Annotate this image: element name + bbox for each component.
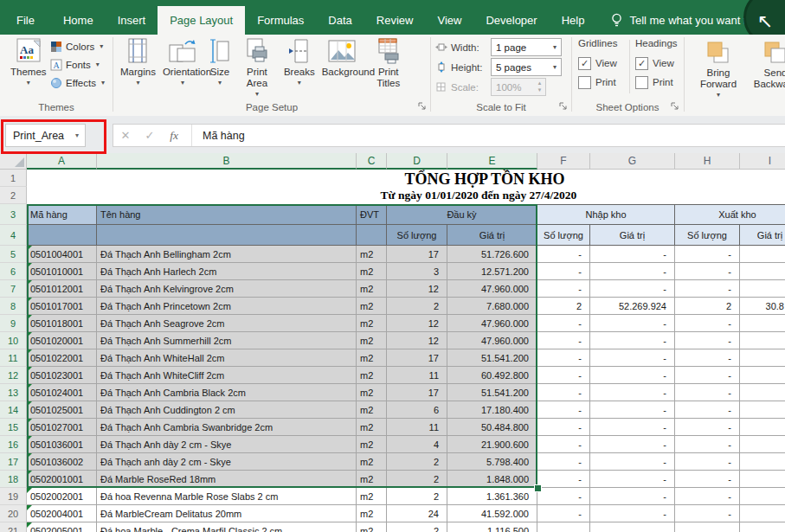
cell-A13[interactable]: 0501024001	[27, 384, 97, 401]
column-header-D[interactable]: D	[387, 153, 447, 170]
cell-C10[interactable]: m2	[357, 332, 387, 349]
cell-F20[interactable]: -	[537, 505, 590, 522]
cell-E4[interactable]: Giá trị	[447, 225, 537, 246]
height-dropdown[interactable]: 5 pages▾	[491, 58, 562, 76]
cell-G10[interactable]: -	[590, 332, 675, 349]
cell-I6[interactable]	[740, 263, 785, 280]
cell-G17[interactable]: -	[590, 453, 675, 471]
row-header-9[interactable]: 9	[0, 315, 27, 332]
bring-forward-button[interactable]: Bring Forward ▾	[691, 38, 746, 99]
headings-print-checkbox[interactable]: Print	[635, 73, 682, 92]
cell-A21[interactable]: 0502005001	[27, 522, 97, 532]
cell-E18[interactable]: 1.848.000	[447, 471, 537, 488]
cell-D15[interactable]: 11	[387, 419, 447, 436]
tab-help[interactable]: Help	[550, 6, 597, 35]
scale-to-fit-dialog-launcher[interactable]	[558, 101, 569, 112]
themes-button[interactable]: Aa Themes ▾	[7, 35, 50, 87]
sheet-options-dialog-launcher[interactable]	[670, 101, 680, 112]
cell-C16[interactable]: m2	[357, 436, 387, 453]
cell-D8[interactable]: 2	[387, 298, 447, 315]
cell-A12[interactable]: 0501023001	[27, 367, 97, 384]
cell-D12[interactable]: 11	[387, 367, 447, 384]
cell-F9[interactable]: -	[537, 315, 590, 332]
cell-F4[interactable]: Số lượng	[537, 225, 590, 246]
cell-D17[interactable]: 2	[387, 453, 447, 471]
cell-E5[interactable]: 51.726.600	[447, 246, 537, 263]
cell-B14[interactable]: Đá Thạch Anh Cuddington 2 cm	[97, 401, 357, 419]
cell-G11[interactable]: -	[590, 349, 675, 367]
cell-H16[interactable]: -	[675, 436, 740, 453]
cell-C8[interactable]: m2	[357, 298, 387, 315]
cell-I9[interactable]	[740, 315, 785, 332]
cell-C5[interactable]: m2	[357, 246, 387, 263]
cell-D9[interactable]: 12	[387, 315, 447, 332]
cell-H19[interactable]: -	[675, 488, 740, 505]
cell-H10[interactable]: -	[675, 332, 740, 349]
orientation-button[interactable]: Orientation▾	[159, 35, 206, 87]
cell-D10[interactable]: 12	[387, 332, 447, 349]
cell-A8[interactable]: 0501017001	[27, 298, 97, 315]
cell-H4[interactable]: Số lượng	[675, 225, 740, 246]
cell-G12[interactable]: -	[590, 367, 675, 384]
cell-I17[interactable]	[740, 453, 785, 471]
cell-F11[interactable]: -	[537, 349, 590, 367]
row-header-13[interactable]: 13	[0, 384, 27, 401]
cell-A11[interactable]: 0501022001	[27, 349, 97, 367]
cell-G21[interactable]: -	[590, 522, 675, 532]
cell-I4[interactable]: Giá trị	[740, 225, 785, 246]
cell-F5[interactable]: -	[537, 246, 590, 263]
cell-C9[interactable]: m2	[357, 315, 387, 332]
cell-C4[interactable]	[357, 225, 387, 246]
column-header-E[interactable]: E	[447, 153, 537, 170]
cell-H6[interactable]: -	[675, 263, 740, 280]
cell-A20[interactable]: 0502004001	[27, 505, 97, 522]
print-area-button[interactable]: Print Area▾	[234, 35, 280, 98]
cell-A6[interactable]: 0501010001	[27, 263, 97, 280]
cell-I5[interactable]	[740, 246, 785, 263]
cell-E7[interactable]: 47.960.000	[447, 280, 537, 298]
cell-D16[interactable]: 4	[387, 436, 447, 453]
cell-A10[interactable]: 0501020001	[27, 332, 97, 349]
cell-I7[interactable]	[740, 280, 785, 298]
cell-H18[interactable]: -	[675, 471, 740, 488]
print-titles-button[interactable]: Print Titles	[365, 35, 412, 89]
cell-H15[interactable]: -	[675, 419, 740, 436]
cell-F7[interactable]: -	[537, 280, 590, 298]
cell-F16[interactable]: -	[537, 436, 590, 453]
cell-G15[interactable]: -	[590, 419, 675, 436]
row-header-3[interactable]: 3	[0, 204, 27, 225]
cell-G9[interactable]: -	[590, 315, 675, 332]
cell-G14[interactable]: -	[590, 401, 675, 419]
cell-E20[interactable]: 41.592.000	[447, 505, 537, 522]
cell-B3[interactable]: Tên hàng	[97, 204, 357, 225]
cell-I14[interactable]	[740, 401, 785, 419]
colors-button[interactable]: Colors ▾	[50, 37, 105, 55]
name-box-caret-icon[interactable]: ▾	[69, 131, 85, 139]
cell-F12[interactable]: -	[537, 367, 590, 384]
cell-B8[interactable]: Đá Thạch Anh Princetown 2cm	[97, 298, 357, 315]
tab-data[interactable]: Data	[316, 6, 364, 35]
cell-D19[interactable]: 2	[387, 488, 447, 505]
cell-D13[interactable]: 17	[387, 384, 447, 401]
cell-D11[interactable]: 17	[387, 349, 447, 367]
send-backward-button[interactable]: Send Backward	[745, 38, 785, 90]
breaks-button[interactable]: Breaks▾	[280, 35, 319, 87]
cell-D3-E3[interactable]: Đầu kỳ	[387, 204, 537, 225]
cell-B12[interactable]: Đá Thạch Anh WhiteCliff 2cm	[97, 367, 357, 384]
row-header-10[interactable]: 10	[0, 332, 27, 349]
cell-C12[interactable]: m2	[357, 367, 387, 384]
cell-G8[interactable]: 52.269.924	[590, 298, 675, 315]
cell-D18[interactable]: 2	[387, 471, 447, 488]
formula-input-area[interactable]: ✕ ✓ fx Mã hàng	[113, 124, 785, 147]
cell-G20[interactable]: -	[590, 505, 675, 522]
cell-B16[interactable]: Đá Thạch Anh dày 2 cm - Skye	[97, 436, 357, 453]
cell-F21[interactable]: -	[537, 522, 590, 532]
cell-A14[interactable]: 0501025001	[27, 401, 97, 419]
gridlines-view-checkbox[interactable]: ✓ View	[578, 54, 628, 73]
formula-bar-content[interactable]: Mã hàng	[192, 130, 245, 142]
cell-F3-G3[interactable]: Nhập kho	[537, 204, 675, 225]
cell-A19[interactable]: 0502002001	[27, 488, 97, 505]
tab-review[interactable]: Review	[364, 6, 426, 35]
tab-file[interactable]: File	[0, 6, 51, 35]
cell-C17[interactable]: m2	[357, 453, 387, 471]
